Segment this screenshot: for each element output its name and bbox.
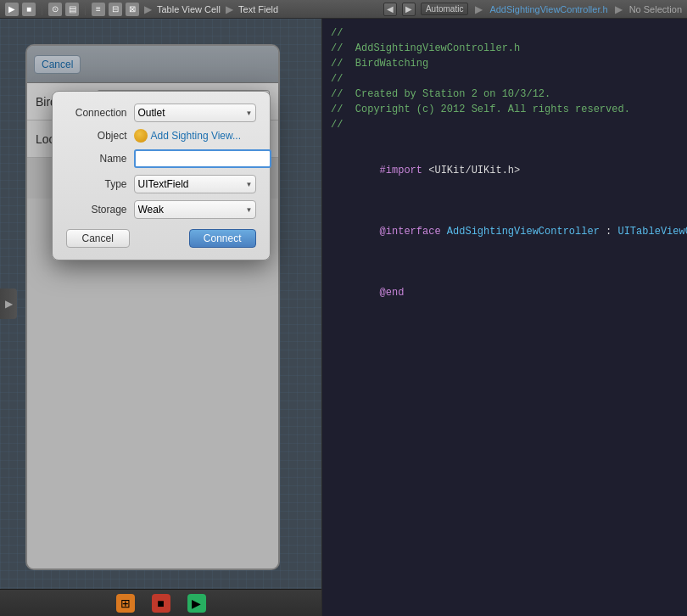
code-line-8 <box>331 132 679 148</box>
storage-row: Storage Weak Strong ▼ <box>66 200 256 219</box>
connection-select-wrapper[interactable]: Outlet Action Outlet Collection ▼ <box>134 104 256 122</box>
code-panel: // // AddSightingViewController.h // Bir… <box>322 19 687 616</box>
code-line-4: // <box>331 71 679 87</box>
code-line-7: // <box>331 117 679 132</box>
storage-label: Storage <box>66 204 127 216</box>
name-input[interactable] <box>134 149 271 168</box>
run-icon[interactable]: ▶ <box>5 3 19 16</box>
connection-label: Connection <box>66 107 127 119</box>
connection-row: Connection Outlet Action Outlet Collecti… <box>66 104 256 122</box>
name-row: Name <box>66 149 256 168</box>
device-icon[interactable]: ▤ <box>65 3 79 16</box>
type-select-wrapper[interactable]: UITextField UILabel UIButton UIView ▼ <box>134 175 256 193</box>
code-line-3: // BirdWatching <box>331 56 679 71</box>
nav-forward-button[interactable]: ▶ <box>402 3 416 16</box>
breadcrumb-item2[interactable]: Text Field <box>238 4 278 14</box>
modal-overlay: Connection Outlet Action Outlet Collecti… <box>0 19 321 589</box>
modal-dialog: Connection Outlet Action Outlet Collecti… <box>52 91 271 260</box>
breadcrumb-sep4: ▶ <box>615 3 623 15</box>
code-line-10 <box>331 193 679 209</box>
no-selection-label: No Selection <box>629 4 682 14</box>
connection-select[interactable]: Outlet Action Outlet Collection <box>134 104 256 122</box>
code-line-13: @end <box>331 270 679 316</box>
top-bar-right: ◀ ▶ Automatic ▶ AddSightingViewControlle… <box>383 3 682 16</box>
breadcrumb-item1[interactable]: Table View Cell <box>157 4 221 14</box>
type-select[interactable]: UITextField UILabel UIButton UIView <box>134 175 256 193</box>
ib-bottom-bar: ⊞ ■ ▶ <box>0 589 321 616</box>
code-line-9: #import <UIKit/UIKit.h> <box>331 148 679 193</box>
code-line-12 <box>331 255 679 270</box>
ib-panel: ▶ Cancel Bird Name Location <box>0 19 322 616</box>
modal-buttons: Cancel Connect <box>66 229 256 248</box>
media-icon[interactable]: ▶ <box>187 594 206 613</box>
code-editor[interactable]: // // AddSightingViewController.h // Bir… <box>322 19 687 616</box>
storage-select[interactable]: Weak Strong <box>134 200 256 219</box>
object-label: Object <box>66 130 127 142</box>
name-label: Name <box>66 153 127 165</box>
type-row: Type UITextField UILabel UIButton UIView… <box>66 175 256 193</box>
file-label[interactable]: AddSightingViewController.h <box>489 4 607 14</box>
breadcrumb-sep1: ▶ <box>144 3 152 15</box>
breadcrumb-sep2: ▶ <box>226 3 233 15</box>
type-label: Type <box>66 178 127 190</box>
nav-back-button[interactable]: ◀ <box>383 3 397 16</box>
code-line-5: // Created by Station 2 on 10/3/12. <box>331 87 679 102</box>
object-row: Object Add Sighting View... <box>66 129 256 143</box>
modal-connect-button[interactable]: Connect <box>189 229 256 248</box>
objects-icon[interactable]: ■ <box>152 594 170 613</box>
editor-icon2[interactable]: ⊟ <box>109 3 122 16</box>
editor-icon1[interactable]: ≡ <box>92 3 105 16</box>
scheme-icon[interactable]: ⊙ <box>48 3 62 16</box>
ib-canvas: ▶ Cancel Bird Name Location <box>0 19 321 589</box>
automatic-badge[interactable]: Automatic <box>421 3 468 15</box>
storage-select-wrapper[interactable]: Weak Strong ▼ <box>134 200 256 219</box>
breadcrumb-sep3: ▶ <box>475 3 483 15</box>
editor-icon3[interactable]: ⊠ <box>126 3 139 16</box>
main-area: ▶ Cancel Bird Name Location <box>0 19 687 616</box>
library-icon[interactable]: ⊞ <box>116 594 135 613</box>
modal-cancel-button[interactable]: Cancel <box>66 229 130 248</box>
code-line-1: // <box>331 25 679 41</box>
stop-icon[interactable]: ■ <box>22 3 36 16</box>
code-line-11: @interface AddSightingViewController : U… <box>331 209 679 255</box>
code-line-6: // Copyright (c) 2012 Self. All rights r… <box>331 102 679 117</box>
top-bar: ▶ ■ ⊙ ▤ ≡ ⊟ ⊠ ▶ Table View Cell ▶ Text F… <box>0 0 687 19</box>
object-icon <box>134 129 148 143</box>
code-line-2: // AddSightingViewController.h <box>331 41 679 56</box>
object-value: Add Sighting View... <box>151 130 242 142</box>
